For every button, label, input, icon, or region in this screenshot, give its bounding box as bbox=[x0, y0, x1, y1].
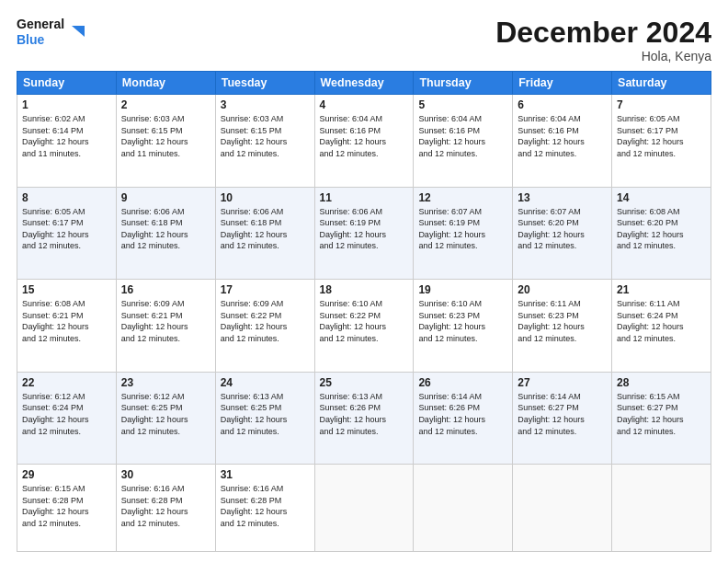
calendar-cell: 3 Sunrise: 6:03 AM Sunset: 6:15 PM Dayli… bbox=[215, 95, 314, 188]
day-info: Sunrise: 6:14 AM Sunset: 6:27 PM Dayligh… bbox=[518, 391, 607, 437]
day-info: Sunrise: 6:10 AM Sunset: 6:22 PM Dayligh… bbox=[320, 298, 409, 344]
day-info: Sunrise: 6:10 AM Sunset: 6:23 PM Dayligh… bbox=[418, 298, 507, 344]
calendar-cell: 26 Sunrise: 6:14 AM Sunset: 6:26 PM Dayl… bbox=[414, 372, 513, 465]
header-saturday: Saturday bbox=[612, 72, 711, 95]
month-title: December 2024 bbox=[495, 17, 711, 49]
day-number: 11 bbox=[320, 191, 409, 204]
day-info: Sunrise: 6:09 AM Sunset: 6:22 PM Dayligh… bbox=[221, 298, 310, 344]
calendar-cell: 17 Sunrise: 6:09 AM Sunset: 6:22 PM Dayl… bbox=[215, 280, 314, 373]
calendar-cell: 27 Sunrise: 6:14 AM Sunset: 6:27 PM Dayl… bbox=[513, 372, 612, 465]
calendar-cell: 15 Sunrise: 6:08 AM Sunset: 6:21 PM Dayl… bbox=[17, 280, 117, 373]
day-number: 23 bbox=[121, 376, 210, 389]
logo-text: General Blue bbox=[17, 17, 64, 48]
logo-triangle-icon bbox=[68, 24, 85, 40]
header-sunday: Sunday bbox=[17, 72, 117, 95]
day-number: 12 bbox=[418, 191, 507, 204]
calendar-cell: 18 Sunrise: 6:10 AM Sunset: 6:22 PM Dayl… bbox=[314, 280, 414, 373]
day-number: 30 bbox=[121, 468, 210, 481]
day-info: Sunrise: 6:07 AM Sunset: 6:20 PM Dayligh… bbox=[518, 206, 607, 252]
day-number: 19 bbox=[418, 283, 507, 296]
day-info: Sunrise: 6:03 AM Sunset: 6:15 PM Dayligh… bbox=[221, 113, 310, 159]
location: Hola, Kenya bbox=[495, 49, 711, 63]
calendar-cell: 22 Sunrise: 6:12 AM Sunset: 6:24 PM Dayl… bbox=[17, 372, 117, 465]
day-number: 7 bbox=[617, 98, 706, 111]
day-number: 14 bbox=[617, 191, 706, 204]
calendar-cell: 10 Sunrise: 6:06 AM Sunset: 6:18 PM Dayl… bbox=[215, 187, 314, 280]
day-number: 1 bbox=[22, 98, 111, 111]
calendar-cell: 25 Sunrise: 6:13 AM Sunset: 6:26 PM Dayl… bbox=[314, 372, 414, 465]
day-number: 4 bbox=[320, 98, 409, 111]
calendar-cell: 13 Sunrise: 6:07 AM Sunset: 6:20 PM Dayl… bbox=[513, 187, 612, 280]
day-number: 3 bbox=[221, 98, 310, 111]
calendar-cell: 20 Sunrise: 6:11 AM Sunset: 6:23 PM Dayl… bbox=[513, 280, 612, 373]
calendar-cell: 1 Sunrise: 6:02 AM Sunset: 6:14 PM Dayli… bbox=[17, 95, 117, 188]
day-number: 24 bbox=[221, 376, 310, 389]
calendar-cell: 29 Sunrise: 6:15 AM Sunset: 6:28 PM Dayl… bbox=[17, 465, 117, 552]
day-number: 6 bbox=[518, 98, 607, 111]
day-number: 18 bbox=[320, 283, 409, 296]
header-row: SundayMondayTuesdayWednesdayThursdayFrid… bbox=[17, 72, 711, 95]
day-number: 20 bbox=[518, 283, 607, 296]
calendar-cell bbox=[314, 465, 414, 552]
day-number: 22 bbox=[22, 376, 111, 389]
header-monday: Monday bbox=[116, 72, 215, 95]
day-info: Sunrise: 6:04 AM Sunset: 6:16 PM Dayligh… bbox=[518, 113, 607, 159]
header-thursday: Thursday bbox=[414, 72, 513, 95]
header-friday: Friday bbox=[513, 72, 612, 95]
day-info: Sunrise: 6:05 AM Sunset: 6:17 PM Dayligh… bbox=[617, 113, 706, 159]
day-info: Sunrise: 6:11 AM Sunset: 6:24 PM Dayligh… bbox=[617, 298, 706, 344]
day-info: Sunrise: 6:06 AM Sunset: 6:19 PM Dayligh… bbox=[320, 206, 409, 252]
day-number: 25 bbox=[320, 376, 409, 389]
day-info: Sunrise: 6:14 AM Sunset: 6:26 PM Dayligh… bbox=[418, 391, 507, 437]
day-number: 10 bbox=[221, 191, 310, 204]
calendar-cell bbox=[414, 465, 513, 552]
calendar-cell: 21 Sunrise: 6:11 AM Sunset: 6:24 PM Dayl… bbox=[612, 280, 711, 373]
day-info: Sunrise: 6:15 AM Sunset: 6:27 PM Dayligh… bbox=[617, 391, 706, 437]
day-number: 13 bbox=[518, 191, 607, 204]
day-number: 27 bbox=[518, 376, 607, 389]
calendar-cell: 24 Sunrise: 6:13 AM Sunset: 6:25 PM Dayl… bbox=[215, 372, 314, 465]
calendar-cell: 30 Sunrise: 6:16 AM Sunset: 6:28 PM Dayl… bbox=[116, 465, 215, 552]
day-number: 9 bbox=[121, 191, 210, 204]
calendar-cell: 8 Sunrise: 6:05 AM Sunset: 6:17 PM Dayli… bbox=[17, 187, 117, 280]
calendar-cell: 7 Sunrise: 6:05 AM Sunset: 6:17 PM Dayli… bbox=[612, 95, 711, 188]
day-info: Sunrise: 6:05 AM Sunset: 6:17 PM Dayligh… bbox=[22, 206, 111, 252]
calendar-cell: 23 Sunrise: 6:12 AM Sunset: 6:25 PM Dayl… bbox=[116, 372, 215, 465]
day-number: 17 bbox=[221, 283, 310, 296]
header-wednesday: Wednesday bbox=[314, 72, 414, 95]
calendar-table: SundayMondayTuesdayWednesdayThursdayFrid… bbox=[17, 71, 711, 552]
day-number: 26 bbox=[418, 376, 507, 389]
day-info: Sunrise: 6:12 AM Sunset: 6:24 PM Dayligh… bbox=[22, 391, 111, 437]
day-number: 16 bbox=[121, 283, 210, 296]
day-info: Sunrise: 6:06 AM Sunset: 6:18 PM Dayligh… bbox=[221, 206, 310, 252]
calendar-cell: 31 Sunrise: 6:16 AM Sunset: 6:28 PM Dayl… bbox=[215, 465, 314, 552]
day-number: 8 bbox=[22, 191, 111, 204]
svg-marker-0 bbox=[72, 26, 85, 37]
day-info: Sunrise: 6:04 AM Sunset: 6:16 PM Dayligh… bbox=[320, 113, 409, 159]
day-info: Sunrise: 6:08 AM Sunset: 6:20 PM Dayligh… bbox=[617, 206, 706, 252]
day-info: Sunrise: 6:08 AM Sunset: 6:21 PM Dayligh… bbox=[22, 298, 111, 344]
day-number: 21 bbox=[617, 283, 706, 296]
day-info: Sunrise: 6:02 AM Sunset: 6:14 PM Dayligh… bbox=[22, 113, 111, 159]
day-info: Sunrise: 6:12 AM Sunset: 6:25 PM Dayligh… bbox=[121, 391, 210, 437]
calendar-cell: 5 Sunrise: 6:04 AM Sunset: 6:16 PM Dayli… bbox=[414, 95, 513, 188]
day-info: Sunrise: 6:11 AM Sunset: 6:23 PM Dayligh… bbox=[518, 298, 607, 344]
header: General Blue December 2024 Hola, Kenya bbox=[17, 17, 711, 63]
calendar-cell: 28 Sunrise: 6:15 AM Sunset: 6:27 PM Dayl… bbox=[612, 372, 711, 465]
calendar-cell: 9 Sunrise: 6:06 AM Sunset: 6:18 PM Dayli… bbox=[116, 187, 215, 280]
calendar-cell bbox=[612, 465, 711, 552]
day-number: 29 bbox=[22, 468, 111, 481]
calendar-cell: 12 Sunrise: 6:07 AM Sunset: 6:19 PM Dayl… bbox=[414, 187, 513, 280]
day-info: Sunrise: 6:16 AM Sunset: 6:28 PM Dayligh… bbox=[221, 483, 310, 529]
day-info: Sunrise: 6:16 AM Sunset: 6:28 PM Dayligh… bbox=[121, 483, 210, 529]
calendar-cell: 16 Sunrise: 6:09 AM Sunset: 6:21 PM Dayl… bbox=[116, 280, 215, 373]
day-info: Sunrise: 6:04 AM Sunset: 6:16 PM Dayligh… bbox=[418, 113, 507, 159]
calendar-cell: 19 Sunrise: 6:10 AM Sunset: 6:23 PM Dayl… bbox=[414, 280, 513, 373]
day-number: 31 bbox=[221, 468, 310, 481]
day-info: Sunrise: 6:13 AM Sunset: 6:26 PM Dayligh… bbox=[320, 391, 409, 437]
title-block: December 2024 Hola, Kenya bbox=[495, 17, 711, 63]
calendar-cell: 2 Sunrise: 6:03 AM Sunset: 6:15 PM Dayli… bbox=[116, 95, 215, 188]
calendar-cell: 11 Sunrise: 6:06 AM Sunset: 6:19 PM Dayl… bbox=[314, 187, 414, 280]
day-info: Sunrise: 6:03 AM Sunset: 6:15 PM Dayligh… bbox=[121, 113, 210, 159]
day-info: Sunrise: 6:07 AM Sunset: 6:19 PM Dayligh… bbox=[418, 206, 507, 252]
